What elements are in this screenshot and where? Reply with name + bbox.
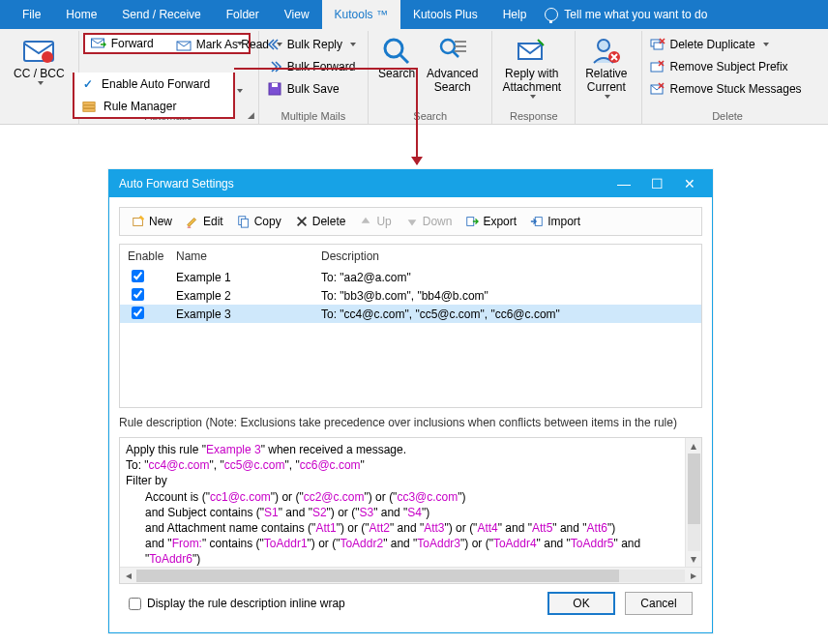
display-wrap-input[interactable]	[129, 598, 141, 610]
minimize-button[interactable]: —	[607, 176, 640, 191]
vertical-scrollbar[interactable]: ▴ ▾	[685, 438, 701, 567]
bulk-reply-label: Bulk Reply	[287, 38, 342, 51]
envelope-forward-icon	[91, 36, 106, 51]
svg-rect-28	[83, 108, 95, 111]
cc-bcc-button[interactable]: CC / BCC	[8, 33, 71, 85]
save-icon	[267, 81, 282, 97]
group-label-search: Search	[369, 110, 491, 122]
col-description: Description	[321, 249, 379, 263]
tab-file[interactable]: File	[10, 0, 53, 29]
copy-icon	[237, 215, 251, 228]
remove-stuck-messages-button[interactable]: Remove Stuck Messages	[646, 77, 806, 100]
ok-button[interactable]: OK	[547, 592, 615, 615]
delete-duplicate-button[interactable]: Delete Duplicate	[646, 33, 806, 55]
svg-rect-13	[518, 44, 542, 59]
bulk-reply-button[interactable]: Bulk Reply	[263, 33, 360, 55]
tab-folder[interactable]: Folder	[214, 0, 272, 29]
display-wrap-label: Display the rule description inline wrap	[147, 597, 345, 610]
dialog-launcher-icon[interactable]: ◢	[248, 110, 254, 120]
scroll-right-icon[interactable]: ▸	[685, 569, 701, 582]
delete-duplicate-icon	[650, 37, 665, 52]
rule-desc: To: "aa2@a.com"	[321, 271, 411, 284]
svg-rect-32	[241, 219, 248, 227]
reply-with-attachment-label: Reply with Attachment	[502, 68, 561, 95]
rule-description-box: Apply this rule "Example 3" when receive…	[119, 437, 702, 584]
rules-toolbar: New Edit Copy Delete Up Down	[119, 207, 702, 236]
export-label: Export	[483, 215, 517, 228]
export-icon	[465, 215, 479, 228]
rules-list: Enable Name Description Example 1 To: "a…	[119, 244, 702, 408]
cancel-button[interactable]: Cancel	[625, 592, 693, 615]
group-label-multiple: Multiple Mails	[259, 110, 368, 122]
callout-arrow	[416, 68, 418, 164]
tab-help[interactable]: Help	[490, 0, 540, 29]
bulk-save-label: Bulk Save	[287, 82, 340, 96]
tab-home[interactable]: Home	[53, 0, 109, 29]
arrow-down-icon	[405, 215, 419, 228]
new-button[interactable]: New	[126, 210, 178, 233]
user-x-icon	[591, 36, 622, 67]
rule-description-text: Apply this rule "Example 3" when receive…	[120, 438, 701, 567]
menu-rule-manager[interactable]: Rule Manager	[74, 95, 233, 117]
group-label-delete: Delete	[642, 110, 813, 122]
remove-prefix-icon	[650, 59, 665, 74]
svg-rect-17	[654, 43, 663, 49]
rule-manager-icon	[82, 100, 96, 113]
svg-line-7	[400, 55, 408, 63]
rule-enable-checkbox[interactable]	[132, 307, 144, 319]
rule-desc: To: "cc4@c.com", "cc5@c.com", "cc6@c.com…	[321, 307, 560, 321]
menu-enable-auto-forward[interactable]: ✓ Enable Auto Forward	[74, 73, 233, 95]
bulk-forward-button[interactable]: Bulk Forward	[263, 55, 360, 77]
tab-send-receive[interactable]: Send / Receive	[109, 0, 213, 29]
rule-name: Example 2	[176, 289, 321, 303]
dropdown-caret-icon	[237, 89, 243, 93]
delete-label: Delete	[312, 215, 346, 228]
delete-button[interactable]: Delete	[289, 210, 352, 233]
edit-icon	[186, 215, 199, 228]
rule-enable-checkbox[interactable]	[132, 270, 144, 282]
close-button[interactable]: ✕	[673, 176, 706, 191]
svg-point-14	[598, 40, 609, 51]
tab-kutools-plus[interactable]: Kutools Plus	[400, 0, 490, 29]
forward-icon	[267, 59, 282, 74]
tab-view[interactable]: View	[272, 0, 322, 29]
bulk-save-button[interactable]: Bulk Save	[263, 77, 360, 100]
display-wrap-checkbox[interactable]: Display the rule description inline wrap	[129, 597, 345, 610]
scrollbar-thumb[interactable]	[136, 570, 619, 582]
scroll-left-icon[interactable]: ◂	[120, 569, 136, 582]
up-button[interactable]: Up	[353, 210, 397, 233]
svg-point-8	[441, 40, 455, 53]
remove-subject-prefix-button[interactable]: Remove Subject Prefix	[646, 55, 806, 77]
import-button[interactable]: Import	[524, 210, 586, 233]
copy-button[interactable]: Copy	[231, 210, 287, 233]
tell-me[interactable]: Tell me what you want to do	[545, 8, 707, 21]
check-icon: ✓	[82, 77, 94, 91]
scrollbar-thumb[interactable]	[688, 454, 700, 524]
delete-icon	[295, 215, 309, 228]
down-button[interactable]: Down	[399, 210, 458, 233]
mail-open-icon	[176, 37, 192, 52]
new-icon	[132, 215, 145, 228]
rule-enable-checkbox[interactable]	[132, 288, 144, 301]
remove-subject-prefix-label: Remove Subject Prefix	[670, 60, 788, 73]
svg-point-1	[42, 51, 53, 63]
search-button[interactable]: Search	[372, 33, 421, 95]
edit-button[interactable]: Edit	[180, 210, 229, 233]
reply-with-attachment-button[interactable]: Reply with Attachment	[496, 33, 567, 99]
tab-kutools[interactable]: Kutools ™	[322, 0, 400, 29]
rule-row[interactable]: Example 1 To: "aa2@a.com"	[120, 268, 701, 286]
scroll-up-icon[interactable]: ▴	[686, 438, 701, 454]
rules-header: Enable Name Description	[120, 245, 701, 268]
maximize-button[interactable]: ☐	[640, 176, 673, 191]
remove-stuck-messages-label: Remove Stuck Messages	[670, 82, 802, 96]
horizontal-scrollbar[interactable]: ◂ ▸	[120, 567, 701, 583]
group-label-response: Response	[492, 110, 575, 122]
scroll-down-icon[interactable]: ▾	[686, 551, 701, 567]
rule-row[interactable]: Example 2 To: "bb3@b.com", "bb4@b.com"	[120, 286, 701, 305]
svg-point-6	[385, 40, 402, 57]
export-button[interactable]: Export	[459, 210, 522, 233]
relative-current-label: Relative Current	[585, 68, 627, 95]
rule-row-selected[interactable]: Example 3 To: "cc4@c.com", "cc5@c.com", …	[120, 305, 701, 323]
relative-current-button[interactable]: Relative Current	[579, 33, 633, 99]
advanced-search-button[interactable]: Advanced Search	[421, 33, 484, 95]
